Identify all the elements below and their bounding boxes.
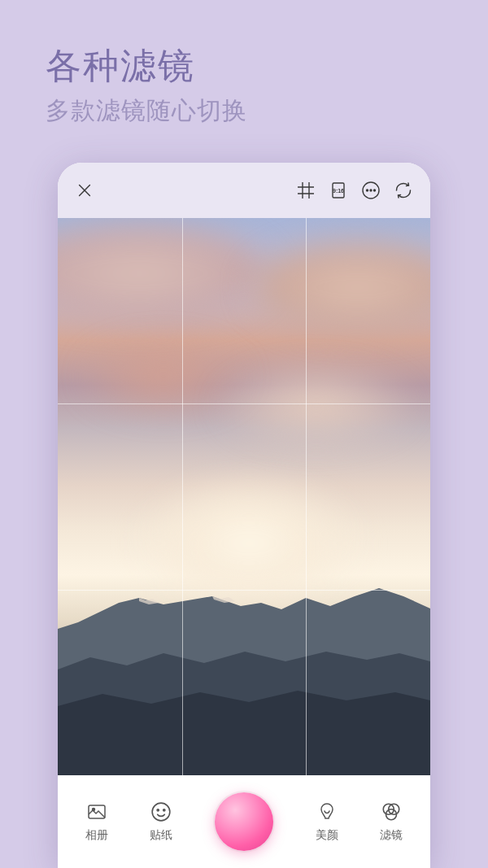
- filter-label: 滤镜: [380, 828, 403, 843]
- svg-point-5: [374, 190, 376, 191]
- filter-icon: [380, 801, 403, 822]
- beauty-button[interactable]: 美颜: [316, 801, 338, 843]
- shutter-button[interactable]: [215, 792, 273, 851]
- mountain-shape: [58, 564, 430, 775]
- more-options-button[interactable]: [359, 178, 383, 203]
- grid-toggle-button[interactable]: [294, 178, 318, 203]
- more-icon: [361, 181, 381, 200]
- album-icon: [85, 802, 108, 822]
- sticker-button[interactable]: 贴纸: [150, 801, 172, 843]
- svg-point-4: [370, 190, 372, 191]
- phone-frame: 9:16: [58, 163, 430, 868]
- switch-camera-button[interactable]: [391, 178, 416, 203]
- filter-button[interactable]: 滤镜: [380, 801, 403, 843]
- close-icon: [76, 181, 94, 199]
- aspect-icon: 9:16: [329, 181, 348, 200]
- album-label: 相册: [85, 828, 108, 843]
- switch-camera-icon: [394, 181, 413, 200]
- promo-subtitle: 多款滤镜随心切换: [46, 94, 247, 128]
- sticker-icon: [150, 801, 172, 822]
- camera-bottombar: 相册 贴纸 美颜 滤镜: [58, 775, 430, 868]
- svg-point-8: [153, 803, 171, 821]
- close-button[interactable]: [72, 178, 97, 203]
- sticker-label: 贴纸: [150, 828, 172, 843]
- camera-topbar: 9:16: [58, 163, 430, 218]
- cloud-shape: [219, 364, 414, 446]
- beauty-icon: [317, 801, 337, 822]
- promo-title: 各种滤镜: [46, 42, 195, 90]
- svg-point-7: [92, 808, 94, 810]
- grid-icon: [296, 181, 316, 200]
- svg-point-10: [163, 809, 165, 810]
- camera-viewport[interactable]: [58, 218, 430, 775]
- svg-text:9:16: 9:16: [333, 188, 344, 194]
- album-button[interactable]: 相册: [85, 801, 108, 843]
- svg-point-3: [367, 190, 368, 191]
- aspect-ratio-button[interactable]: 9:16: [326, 178, 351, 203]
- beauty-label: 美颜: [316, 828, 338, 843]
- svg-point-9: [158, 809, 159, 810]
